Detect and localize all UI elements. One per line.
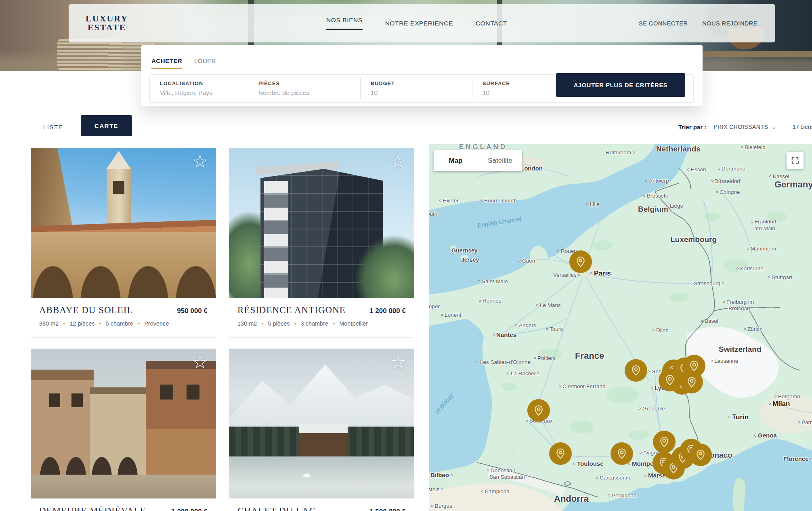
sort-label: Trier par :	[678, 124, 706, 130]
property-marker[interactable]	[569, 250, 592, 273]
photo-decor	[187, 385, 199, 400]
filter-surface-input[interactable]: 10	[483, 89, 557, 97]
property-price: 950 000 €	[177, 307, 208, 315]
satellite-view-button[interactable]: Satellite	[478, 150, 522, 171]
location-pin-icon	[688, 360, 700, 372]
location-pin-icon	[616, 448, 628, 460]
main-nav: NOS BIENS NOTRE EXPERIENCE CONTACT	[326, 4, 507, 42]
property-meta: 380 m2 12 pièces 5 chambre Provence	[39, 320, 208, 327]
property-marker[interactable]	[625, 359, 647, 382]
property-price: 1 200 000 €	[171, 508, 208, 511]
property-marker[interactable]	[653, 431, 676, 453]
filter-localisation-input[interactable]: Ville, Région, Pays	[160, 89, 248, 97]
property-info: ABBAYE DU SOLEIL 950 000 € 380 m2 12 piè…	[31, 298, 216, 338]
view-toggle-carte[interactable]: CARTE	[81, 115, 132, 136]
property-title[interactable]: DEMEURE MÉDIÉVALE	[39, 506, 146, 511]
photo-decor	[107, 151, 131, 169]
property-card[interactable]: RÉSIDENCE ANTIGONE 1 200 000 € 130 m2 5 …	[229, 148, 414, 338]
photo-decor	[113, 181, 124, 194]
join-link[interactable]: NOUS REJOINDRE	[702, 20, 757, 27]
property-marker[interactable]	[549, 442, 572, 465]
photo-decor	[160, 385, 173, 400]
add-criteria-button[interactable]: AJOUTER PLUS DE CRITÈRES	[556, 73, 685, 97]
location-pin-icon	[533, 404, 545, 416]
filter-localisation-label: LOCALISATION	[160, 81, 248, 86]
meta-rooms: 5 pièces	[257, 320, 290, 327]
results-count: 17 biens	[793, 124, 812, 130]
filter-budget[interactable]: BUDGET 10	[360, 78, 472, 99]
search-filter-panel: ACHETER LOUER LOCALISATION Ville, Région…	[141, 45, 703, 106]
map-markers-layer	[429, 144, 812, 511]
property-photo[interactable]	[229, 148, 414, 298]
location-pin-icon	[575, 256, 587, 268]
property-info: DEMEURE MÉDIÉVALE 1 200 000 €	[31, 498, 216, 511]
chevron-down-icon[interactable]	[771, 123, 776, 130]
filter-pieces[interactable]: PIÈCES Nombre de pièces	[248, 78, 360, 99]
meta-location: Provence	[133, 320, 169, 327]
favorite-star-icon[interactable]	[192, 353, 208, 371]
favorite-star-icon[interactable]	[192, 153, 208, 170]
property-marker[interactable]	[659, 369, 681, 391]
property-photo[interactable]	[31, 349, 216, 498]
property-marker[interactable]	[527, 399, 550, 422]
meta-surface: 130 m2	[237, 320, 257, 327]
auth-nav: SE CONNECTER NOUS REJOINDRE	[639, 4, 757, 42]
property-info: CHALET DU LAC 1 500 000 €	[229, 498, 414, 511]
filter-budget-input[interactable]: 10	[371, 89, 472, 97]
location-pin-icon	[686, 376, 698, 388]
nav-item-contact[interactable]: CONTACT	[476, 20, 507, 27]
brand-logo[interactable]: LUXURY ESTATE	[86, 14, 128, 32]
meta-bedrooms: 3 chambre	[290, 320, 328, 327]
brand-logo-line1: LUXURY	[86, 14, 128, 23]
photo-decor	[31, 475, 216, 498]
brand-logo-line2: ESTATE	[86, 23, 128, 32]
property-card[interactable]: ABBAYE DU SOLEIL 950 000 € 380 m2 12 piè…	[31, 148, 216, 338]
filter-pieces-input[interactable]: Nombre de pièces	[258, 89, 360, 97]
property-title[interactable]: CHALET DU LAC	[237, 506, 316, 511]
favorite-star-icon[interactable]	[390, 353, 406, 371]
fullscreen-button[interactable]	[787, 152, 804, 169]
property-card[interactable]: CHALET DU LAC 1 500 000 €	[229, 349, 414, 511]
results-map[interactable]: ENGLANDRotterdamNetherlandsBielefeldLond…	[429, 144, 812, 511]
photo-decor	[38, 450, 142, 474]
photo-decor	[264, 181, 288, 298]
property-photo[interactable]	[31, 148, 216, 298]
page: LUXURY ESTATE NOS BIENS NOTRE EXPERIENCE…	[0, 0, 812, 511]
property-title[interactable]: RÉSIDENCE ANTIGONE	[237, 305, 346, 315]
meta-bedrooms: 5 chambre	[95, 320, 134, 327]
location-pin-icon	[664, 374, 676, 386]
photo-decor	[71, 393, 83, 407]
sort-value-dropdown[interactable]: PRIX CROISSANTS	[713, 124, 768, 130]
meta-surface: 380 m2	[39, 320, 59, 327]
nav-item-notre-experience[interactable]: NOTRE EXPERIENCE	[385, 20, 453, 27]
property-marker[interactable]	[689, 444, 712, 466]
photo-decor	[146, 361, 216, 475]
tab-acheter[interactable]: ACHETER	[151, 57, 182, 69]
filter-localisation[interactable]: LOCALISATION Ville, Région, Pays	[150, 78, 248, 99]
filter-budget-label: BUDGET	[371, 81, 472, 86]
filter-pieces-label: PIÈCES	[258, 81, 360, 86]
photo-decor	[31, 232, 216, 298]
login-link[interactable]: SE CONNECTER	[639, 20, 688, 27]
map-view-button[interactable]: Map	[434, 150, 478, 171]
property-card[interactable]: DEMEURE MÉDIÉVALE 1 200 000 €	[31, 349, 216, 511]
meta-rooms: 12 pièces	[59, 320, 94, 327]
photo-decor	[229, 456, 414, 498]
property-photo[interactable]	[229, 349, 414, 498]
filter-surface-label: SURFACE	[483, 81, 557, 86]
tab-louer[interactable]: LOUER	[194, 57, 216, 69]
favorite-star-icon[interactable]	[390, 153, 406, 170]
property-marker[interactable]	[611, 442, 633, 465]
buy-rent-tabs: ACHETER LOUER	[151, 57, 216, 69]
location-pin-icon	[695, 449, 707, 461]
property-title[interactable]: ABBAYE DU SOLEIL	[39, 305, 133, 315]
property-marker[interactable]	[680, 371, 703, 393]
photo-decor	[49, 393, 61, 407]
fullscreen-icon	[791, 156, 799, 165]
filter-surface[interactable]: SURFACE 10	[472, 78, 557, 99]
nav-item-nos-biens[interactable]: NOS BIENS	[326, 17, 363, 30]
location-pin-icon	[630, 364, 642, 376]
view-toggle-liste[interactable]: LISTE	[43, 124, 63, 130]
map-type-control: Map Satellite	[434, 150, 522, 171]
meta-location: Montpellier	[328, 320, 368, 327]
